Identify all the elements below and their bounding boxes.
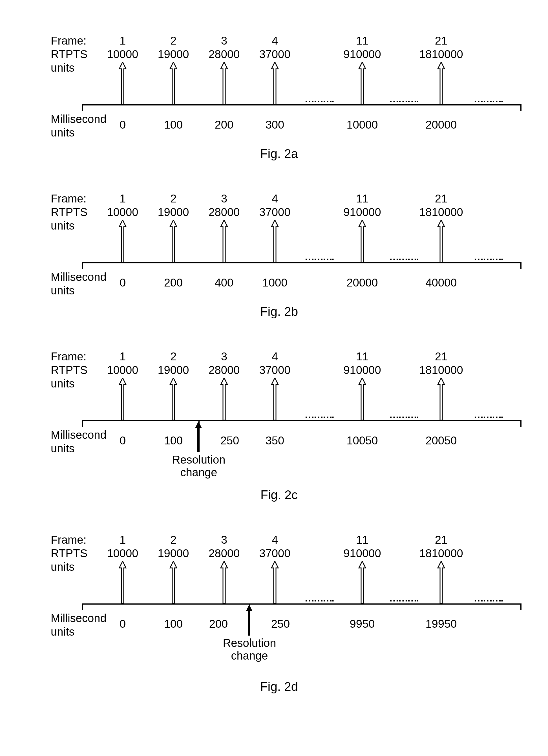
time-axis	[82, 603, 521, 605]
figure-caption: Fig. 2b	[51, 305, 507, 319]
frame-value: 3	[197, 192, 251, 205]
ms-value: 200	[192, 618, 245, 630]
frame-value: 3	[197, 34, 251, 47]
col-2: 2 19000	[147, 34, 200, 61]
frame-value: 2	[147, 350, 200, 363]
ms-value: 1000	[248, 276, 301, 289]
rtpts-value: 28000	[197, 546, 251, 560]
figure-2c: Frame: RTPTS units 1 10000 2 19000 3 280…	[51, 350, 507, 513]
rtpts-value: 910000	[335, 205, 389, 219]
frame-label: Frame:	[51, 34, 87, 47]
up-arrow-icon	[170, 561, 177, 603]
up-arrow-icon	[119, 378, 127, 420]
up-arrow-icon	[437, 378, 445, 420]
rtpts-value: 19000	[147, 205, 200, 219]
rtpts-value: 10000	[96, 363, 149, 377]
col-3: 3 28000	[197, 533, 251, 560]
ms-value: 0	[96, 118, 149, 131]
rtpts-value: 10000	[96, 546, 149, 560]
col-3: 3 28000	[197, 192, 251, 219]
frame-value: 4	[248, 192, 301, 205]
frame-value: 1	[96, 350, 149, 363]
frame-value: 21	[414, 34, 468, 47]
rtpts-value: 1810000	[414, 363, 468, 377]
rtpts-label-2: units	[51, 219, 87, 232]
ellipsis: ……….	[474, 592, 502, 604]
col-2: 2 19000	[147, 350, 200, 377]
rtpts-value: 37000	[248, 205, 301, 219]
ellipsis: ……….	[304, 93, 333, 105]
ms-value: 250	[254, 618, 307, 630]
resolution-change-label-1: Resolution	[213, 637, 286, 649]
figure-2d: Frame: RTPTS units 1 10000 2 19000 3 280…	[51, 533, 507, 708]
rtpts-value: 19000	[147, 363, 200, 377]
ellipsis: ……….	[389, 409, 418, 421]
frame-value: 11	[335, 192, 389, 205]
ms-value: 350	[248, 434, 301, 447]
frame-value: 2	[147, 34, 200, 47]
ellipsis: ……….	[389, 93, 418, 105]
resolution-change-label-1: Resolution	[162, 453, 236, 466]
col-4: 4 37000	[248, 350, 301, 377]
ms-value: 400	[197, 276, 251, 289]
ms-value: 0	[96, 276, 149, 289]
up-arrow-icon	[170, 62, 177, 104]
up-arrow-icon	[220, 220, 228, 262]
up-arrow-icon	[170, 220, 177, 262]
figure-caption: Fig. 2d	[51, 680, 507, 694]
col-2: 2 19000	[147, 533, 200, 560]
ellipsis: ……….	[474, 93, 502, 105]
ms-value: 0	[96, 618, 149, 630]
up-arrow-icon	[271, 62, 279, 104]
ms-value: 9950	[335, 618, 389, 630]
col-5: 11 910000	[335, 350, 389, 377]
col-6: 21 1810000	[414, 192, 468, 219]
frame-value: 21	[414, 192, 468, 205]
frame-value: 2	[147, 533, 200, 546]
figure-2b: Frame: RTPTS units 1 10000 2 19000 3 280…	[51, 192, 507, 324]
col-4: 4 37000	[248, 533, 301, 560]
ellipsis: ……….	[474, 409, 502, 421]
up-arrow-icon	[220, 561, 228, 603]
frame-value: 2	[147, 192, 200, 205]
rtpts-value: 28000	[197, 363, 251, 377]
frame-value: 1	[96, 192, 149, 205]
ms-value: 10000	[335, 118, 389, 131]
up-arrow-icon	[437, 62, 445, 104]
rtpts-label-1: RTPTS	[51, 363, 87, 377]
rtpts-value: 10000	[96, 205, 149, 219]
rtpts-label-2: units	[51, 560, 87, 574]
up-arrow-icon	[119, 220, 127, 262]
frame-label: Frame:	[51, 192, 87, 205]
rtpts-value: 910000	[335, 363, 389, 377]
rtpts-label-1: RTPTS	[51, 546, 87, 560]
frame-value: 4	[248, 350, 301, 363]
col-6: 21 1810000	[414, 533, 468, 560]
time-axis	[82, 262, 521, 263]
frame-value: 21	[414, 350, 468, 363]
frame-value: 11	[335, 34, 389, 47]
ellipsis: ……….	[389, 592, 418, 604]
rtpts-label-2: units	[51, 377, 87, 390]
col-4: 4 37000	[248, 34, 301, 61]
ms-value: 300	[248, 118, 301, 131]
resolution-change-label-2: change	[213, 649, 286, 662]
rtpts-label-1: RTPTS	[51, 47, 87, 61]
time-axis	[82, 420, 521, 421]
col-6: 21 1810000	[414, 350, 468, 377]
rtpts-value: 1810000	[414, 47, 468, 61]
ellipsis: ……….	[304, 251, 333, 263]
col-3: 3 28000	[197, 350, 251, 377]
up-arrow-icon	[271, 561, 279, 603]
up-arrow-icon	[437, 220, 445, 262]
resolution-change-label: Resolution change	[213, 637, 286, 662]
ellipsis: ……….	[389, 251, 418, 263]
ellipsis: ……….	[304, 409, 333, 421]
frame-value: 21	[414, 533, 468, 546]
col-5: 11 910000	[335, 34, 389, 61]
rtpts-value: 910000	[335, 546, 389, 560]
rtpts-value: 37000	[248, 546, 301, 560]
col-5: 11 910000	[335, 192, 389, 219]
up-arrow-icon	[437, 561, 445, 603]
up-arrow-icon	[358, 378, 366, 420]
